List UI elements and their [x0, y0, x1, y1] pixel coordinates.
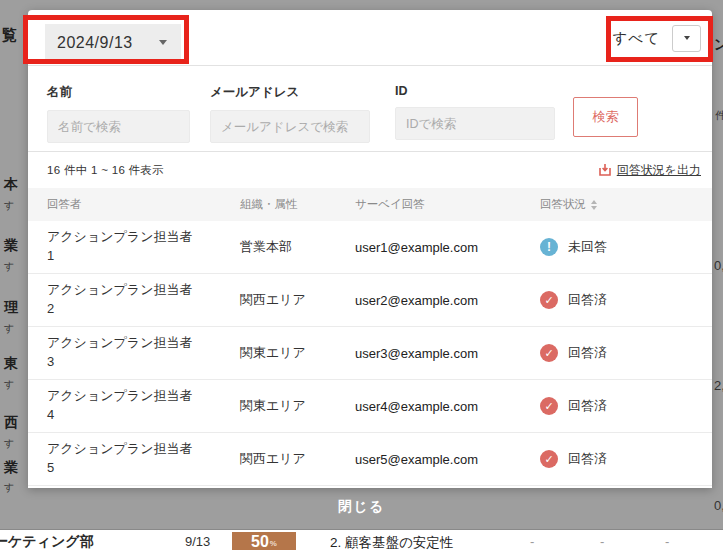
result-count-row: 16 件中 1 ~ 16 件表示 回答状況を出力	[28, 152, 712, 188]
respondent-org: 営業本部	[240, 238, 355, 256]
bg-department-label: ーケティング部	[0, 533, 94, 550]
status-label: 回答済	[568, 450, 607, 468]
export-status-label: 回答状況を出力	[617, 162, 701, 179]
id-field-label: ID	[395, 84, 555, 98]
respondent-org: 関東エリア	[240, 344, 355, 362]
respondent-name: アクションプラン担当者2	[28, 281, 193, 319]
col-header-org: 組織・属性	[240, 197, 355, 212]
id-search-input[interactable]	[395, 107, 555, 140]
respondent-list-modal: 2024/9/13 すべて 名前 メールアドレス ID	[28, 10, 712, 488]
answered-check-icon: ✓	[540, 344, 558, 362]
table-row: アクションプラン担当者5 関西エリア user5@example.com ✓ 回…	[28, 433, 712, 486]
respondent-email: user4@example.com	[355, 399, 540, 414]
respondent-org: 関西エリア	[240, 450, 355, 468]
date-select[interactable]: 2024/9/13	[45, 24, 181, 61]
email-field-group: メールアドレス	[210, 84, 370, 143]
respondent-email: user3@example.com	[355, 346, 540, 361]
table-row: アクションプラン担当者1 営業本部 user1@example.com ! 未回…	[28, 221, 712, 274]
status-label: 未回答	[568, 238, 607, 256]
id-field-group: ID	[395, 84, 555, 140]
search-section: 名前 メールアドレス ID 検索	[28, 66, 712, 152]
status-label: 回答済	[568, 291, 607, 309]
export-download-icon	[598, 163, 612, 177]
status-cell: ! 未回答	[540, 238, 712, 256]
answered-check-icon: ✓	[540, 450, 558, 468]
table-row: アクションプラン担当者2 関西エリア user2@example.com ✓ 回…	[28, 274, 712, 327]
filter-all-label: すべて	[612, 29, 660, 48]
filter-all-select[interactable]	[672, 25, 701, 52]
respondent-email: user2@example.com	[355, 293, 540, 308]
respondent-name: アクションプラン担当者3	[28, 334, 193, 372]
col-header-status[interactable]: 回答状況	[540, 197, 712, 212]
background-table-row: ーケティング部 9/13 50 % 2. 顧客基盤の安定性 - - -	[0, 529, 723, 550]
table-header: 回答者 組織・属性 サーベイ回答 回答状況	[28, 188, 712, 221]
respondent-email: user5@example.com	[355, 452, 540, 467]
bg-dash: -	[600, 534, 604, 549]
respondent-name: アクションプラン担当者4	[28, 387, 193, 425]
table-row: アクションプラン担当者3 関東エリア user3@example.com ✓ 回…	[28, 327, 712, 380]
status-cell: ✓ 回答済	[540, 450, 712, 468]
sort-arrows-icon[interactable]	[591, 200, 597, 210]
bg-date-label: 9/13	[185, 534, 210, 549]
date-select-value: 2024/9/13	[57, 34, 133, 52]
col-header-status-label: 回答状況	[540, 197, 586, 212]
screen: 覧 本 す 業 す 理 す 東 す 西 す 業 す ン 件 0, 2, 0, ー…	[0, 0, 723, 550]
respondent-name: アクションプラン担当者1	[28, 228, 193, 266]
email-search-input[interactable]	[210, 110, 370, 143]
bg-score-value: 50	[251, 532, 269, 550]
bg-score-unit: %	[270, 532, 277, 550]
respondent-org: 関東エリア	[240, 397, 355, 415]
chevron-down-icon	[159, 40, 167, 45]
answered-check-icon: ✓	[540, 397, 558, 415]
status-cell: ✓ 回答済	[540, 397, 712, 415]
status-label: 回答済	[568, 397, 607, 415]
bg-dash: -	[530, 534, 534, 549]
modal-topbar: 2024/9/13 すべて	[28, 10, 712, 66]
filter-all-group: すべて	[612, 10, 701, 66]
result-count: 16 件中 1 ~ 16 件表示	[47, 163, 164, 178]
bg-score-badge: 50 %	[232, 532, 296, 550]
name-field-label: 名前	[47, 84, 190, 101]
close-button[interactable]: 閉じる	[0, 498, 723, 516]
bg-dash: -	[665, 534, 669, 549]
respondent-org: 関西エリア	[240, 291, 355, 309]
export-status-link[interactable]: 回答状況を出力	[598, 162, 701, 179]
name-field-group: 名前	[47, 84, 190, 143]
answered-check-icon: ✓	[540, 291, 558, 309]
table-row: アクションプラン担当者4 関東エリア user4@example.com ✓ 回…	[28, 380, 712, 433]
email-field-label: メールアドレス	[210, 84, 370, 101]
respondent-email: user1@example.com	[355, 240, 540, 255]
name-search-input[interactable]	[47, 110, 190, 143]
search-button[interactable]: 検索	[573, 97, 638, 137]
chevron-down-icon	[684, 36, 690, 40]
bg-item-label: 2. 顧客基盤の安定性	[330, 534, 453, 550]
unanswered-icon: !	[540, 238, 558, 256]
col-header-respondent: 回答者	[28, 197, 240, 212]
col-header-survey: サーベイ回答	[355, 197, 540, 212]
status-cell: ✓ 回答済	[540, 291, 712, 309]
status-label: 回答済	[568, 344, 607, 362]
status-cell: ✓ 回答済	[540, 344, 712, 362]
respondent-name: アクションプラン担当者5	[28, 440, 193, 478]
